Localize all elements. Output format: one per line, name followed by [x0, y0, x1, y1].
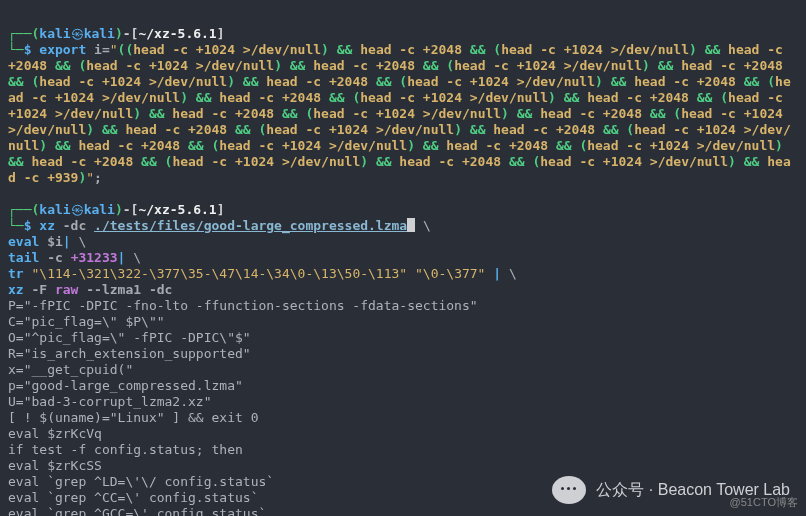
- pipe-icon: |: [493, 266, 501, 281]
- cursor-icon: [407, 218, 415, 232]
- line-continuation: \: [71, 234, 87, 249]
- export-command[interactable]: export i="((head -c +1024 >/dev/null) &&…: [8, 42, 791, 185]
- pipe-icon: |: [63, 234, 71, 249]
- line-continuation: \: [125, 250, 141, 265]
- output-block: P="-fPIC -DPIC -fno-lto -ffunction-secti…: [8, 298, 478, 516]
- prompt2-line-1: ┌──(kali㉿kali)-[~/xz-5.6.1]: [8, 202, 225, 217]
- pipeline-cmd-2[interactable]: eval $i: [8, 234, 63, 249]
- pipeline-cmd-1[interactable]: xz -dc ./tests/files/good-large_compress…: [39, 218, 407, 233]
- pipeline-cmd-3[interactable]: tail -c +31233: [8, 250, 118, 265]
- pipeline-cmd-5[interactable]: xz -F raw --lzma1 -dc: [8, 282, 172, 297]
- prompt2-line-2: └─$: [8, 218, 39, 233]
- export-payload: ((head -c +1024 >/dev/null) && head -c +…: [8, 42, 791, 185]
- prompt-line-1: ┌──(kali㉿kali)-[~/xz-5.6.1]: [8, 26, 225, 41]
- prompt-line-2: └─$: [8, 42, 39, 57]
- line-continuation: \: [501, 266, 517, 281]
- wechat-icon: [552, 476, 586, 504]
- line-continuation: \: [415, 218, 431, 233]
- watermark-corner: @51CTO博客: [730, 494, 798, 510]
- terminal[interactable]: ┌──(kali㉿kali)-[~/xz-5.6.1] └─$ export i…: [0, 0, 806, 516]
- pipeline-cmd-4[interactable]: tr "\114-\321\322-\377\35-\47\14-\34\0-\…: [8, 266, 485, 281]
